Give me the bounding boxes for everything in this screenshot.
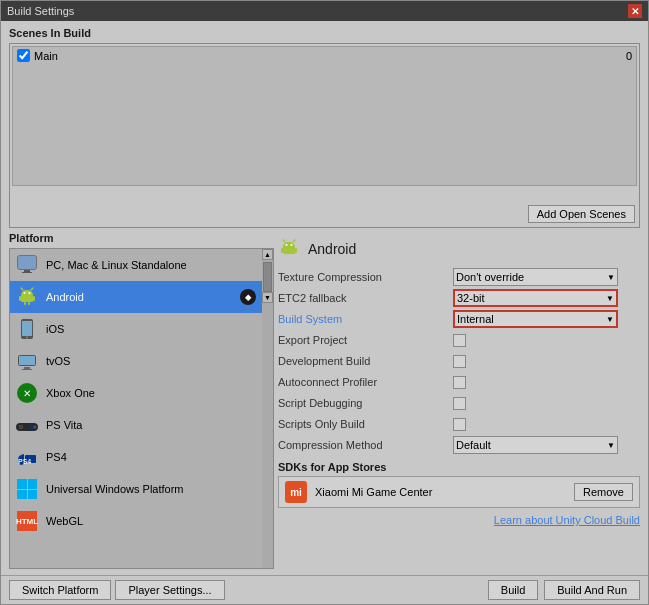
platform-item-tvos[interactable]: tvOS (10, 345, 262, 377)
svg-rect-13 (28, 302, 30, 305)
build-system-row: Build System Internal ▼ (278, 310, 640, 328)
sdk-row: mi Xiaomi Mi Game Center Remove (278, 476, 640, 508)
platform-item-ps4[interactable]: PS4 PS4 (10, 441, 262, 473)
build-button[interactable]: Build (488, 580, 538, 600)
android-settings-icon (278, 238, 300, 260)
platform-item-android[interactable]: Android ◆ (10, 281, 262, 313)
platform-tvos-label: tvOS (46, 355, 256, 367)
autoconnect-profiler-row: Autoconnect Profiler (278, 373, 640, 391)
svg-rect-5 (21, 295, 33, 302)
svg-rect-12 (24, 302, 26, 305)
svg-point-16 (26, 337, 28, 339)
bottom-left-buttons: Switch Platform Player Settings... (9, 580, 225, 600)
export-project-row: Export Project (278, 331, 640, 349)
svg-point-24 (34, 426, 37, 429)
svg-line-31 (283, 240, 285, 242)
script-debugging-row: Script Debugging (278, 394, 640, 412)
mi-icon: mi (285, 481, 307, 503)
scroll-thumb[interactable] (263, 262, 272, 292)
platform-android-label: Android (46, 291, 240, 303)
platform-ios-label: iOS (46, 323, 256, 335)
svg-rect-33 (281, 248, 283, 253)
ios-icon (16, 318, 38, 340)
svg-line-8 (21, 288, 23, 290)
svg-rect-18 (19, 356, 35, 365)
svg-rect-28 (283, 247, 295, 254)
platform-label: Platform (9, 232, 274, 244)
platform-scrollbar[interactable]: ▲ ▼ (262, 249, 273, 568)
android-header: Android (278, 232, 640, 268)
scene-name: Main (34, 50, 58, 62)
scenes-label: Scenes In Build (9, 27, 640, 39)
dropdown-arrow-icon: ▼ (607, 273, 615, 282)
svg-point-29 (286, 244, 288, 246)
content-area: Scenes In Build Main 0 Add Open Scenes P… (1, 21, 648, 575)
svg-point-30 (291, 244, 293, 246)
export-project-label: Export Project (278, 334, 453, 346)
etc2-value: 32-bit (457, 292, 485, 304)
scene-checkbox[interactable] (17, 49, 30, 62)
platform-item-ios[interactable]: iOS (10, 313, 262, 345)
close-button[interactable]: ✕ (628, 4, 642, 18)
build-and-run-button[interactable]: Build And Run (544, 580, 640, 600)
dropdown-arrow2-icon: ▼ (606, 294, 614, 303)
script-debugging-checkbox[interactable] (453, 397, 466, 410)
scripts-only-row: Scripts Only Build (278, 415, 640, 433)
script-debugging-label: Script Debugging (278, 397, 453, 409)
platform-xbox-label: Xbox One (46, 387, 256, 399)
platform-pc-label: PC, Mac & Linux Standalone (46, 259, 256, 271)
compression-method-dropdown[interactable]: Default ▼ (453, 436, 618, 454)
scripts-only-checkbox[interactable] (453, 418, 466, 431)
platform-item-psvita[interactable]: PS Vita (10, 409, 262, 441)
add-open-scenes-button[interactable]: Add Open Scenes (528, 205, 635, 223)
svg-rect-22 (19, 425, 23, 429)
etc2-label: ETC2 fallback (278, 292, 453, 304)
texture-compression-dropdown[interactable]: Don't override ▼ (453, 268, 618, 286)
export-project-checkbox[interactable] (453, 334, 466, 347)
platform-uwp-label: Universal Windows Platform (46, 483, 256, 495)
scene-index: 0 (626, 50, 632, 62)
cloud-build-link[interactable]: Learn about Unity Cloud Build (278, 514, 640, 526)
platform-item-pc[interactable]: PC, Mac & Linux Standalone (10, 249, 262, 281)
etc2-dropdown[interactable]: 32-bit ▼ (453, 289, 618, 307)
svg-rect-2 (24, 270, 30, 272)
remove-sdk-button[interactable]: Remove (574, 483, 633, 501)
svg-text:PS4: PS4 (18, 458, 31, 465)
scroll-up-button[interactable]: ▲ (262, 249, 273, 260)
switch-platform-button[interactable]: Switch Platform (9, 580, 111, 600)
platform-item-webgl[interactable]: HTML WebGL (10, 505, 262, 537)
autoconnect-profiler-checkbox[interactable] (453, 376, 466, 389)
psvita-icon (16, 414, 38, 436)
svg-rect-3 (22, 272, 32, 273)
svg-rect-11 (33, 296, 35, 301)
autoconnect-profiler-label: Autoconnect Profiler (278, 376, 453, 388)
texture-compression-value: Don't override (456, 271, 524, 283)
svg-line-32 (293, 240, 295, 242)
scripts-only-label: Scripts Only Build (278, 418, 453, 430)
build-system-label: Build System (278, 313, 453, 325)
development-build-checkbox[interactable] (453, 355, 466, 368)
texture-compression-row: Texture Compression Don't override ▼ (278, 268, 640, 286)
development-build-label: Development Build (278, 355, 453, 367)
svg-rect-20 (22, 369, 32, 370)
scroll-down-button[interactable]: ▼ (262, 292, 273, 303)
platform-panel: Platform PC, Mac & Linux Standalone (9, 232, 274, 569)
player-settings-button[interactable]: Player Settings... (115, 580, 224, 600)
svg-line-9 (31, 288, 33, 290)
android-icon (16, 286, 38, 308)
scenes-list: Main 0 (12, 46, 637, 186)
sdk-name: Xiaomi Mi Game Center (315, 486, 574, 498)
platform-item-xbox[interactable]: ✕ Xbox One (10, 377, 262, 409)
compression-method-label: Compression Method (278, 439, 453, 451)
title-bar: Build Settings ✕ (1, 1, 648, 21)
svg-rect-19 (24, 367, 30, 369)
html-badge: HTML (17, 511, 37, 531)
svg-rect-34 (295, 248, 297, 253)
svg-rect-15 (22, 321, 32, 336)
platform-item-uwp[interactable]: Universal Windows Platform (10, 473, 262, 505)
svg-point-6 (24, 292, 26, 294)
windows-icon (17, 479, 37, 499)
dropdown-arrow4-icon: ▼ (607, 441, 615, 450)
platform-ps4-label: PS4 (46, 451, 256, 463)
build-system-dropdown[interactable]: Internal ▼ (453, 310, 618, 328)
